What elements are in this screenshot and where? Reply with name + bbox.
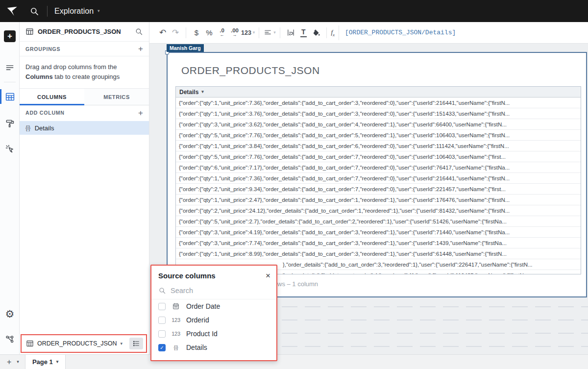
source-selector[interactable]: ORDER_PRODUCTS_JSON ▾ — [21, 334, 147, 353]
table-row[interactable]: {"order":{"qty":2,"unit_price":9.34},"or… — [176, 184, 581, 195]
table-icon — [26, 340, 34, 347]
wrap-text-button[interactable] — [284, 25, 297, 40]
column-type-icon: 123 — [171, 317, 181, 323]
data-table: Details ▾ {"order":{"qty":1,"unit_price"… — [175, 86, 581, 274]
checkbox[interactable] — [158, 317, 166, 324]
column-list-button[interactable] — [129, 338, 143, 349]
formula-bar[interactable]: [ORDER_PRODUCTS_JSON/Details] — [339, 25, 583, 40]
tab-columns[interactable]: COLUMNS — [20, 89, 84, 105]
rail-divider — [4, 82, 16, 82]
table-row[interactable]: {"order":{"qty":1,"unit_price":3.76},"or… — [176, 108, 581, 119]
toolbar-divider — [259, 27, 259, 38]
groupings-label: GROUPINGS — [25, 46, 138, 52]
column-item-details[interactable]: {i} Details — [20, 121, 149, 135]
increase-decimal-button[interactable]: .00→ — [228, 25, 241, 40]
tab-metrics[interactable]: METRICS — [84, 89, 149, 105]
wrap-text-icon — [287, 28, 295, 37]
page-tab[interactable]: Page 1 ▾ — [25, 355, 66, 369]
popup-search-input[interactable] — [171, 287, 254, 295]
table-row[interactable]: {"order":{"qty":3,"unit_price":4.19},"or… — [176, 227, 581, 238]
panel-header: ORDER_PRODUCTS_JSON — [20, 22, 149, 42]
panel-tabs: COLUMNS METRICS — [20, 89, 149, 105]
checkbox[interactable] — [158, 303, 166, 310]
table-element[interactable]: ORDER_PRODUCTS_JSON Details ▾ {"order":{… — [167, 52, 587, 297]
table-row[interactable]: {"order":{"qty":6,"unit_price":7.17},"or… — [176, 162, 581, 173]
number-format-button[interactable]: 123 ▾ — [241, 25, 255, 40]
source-selector-label: ORDER_PRODUCTS_JSON — [37, 340, 117, 347]
left-icon-rail: + ⚙ — [0, 22, 20, 354]
add-element-button[interactable]: + — [4, 30, 16, 42]
format-button[interactable] — [0, 115, 20, 132]
chevron-down-icon: ▾ — [121, 342, 123, 346]
popup-column-item[interactable]: 123 Product Id — [151, 327, 276, 341]
table-row[interactable]: {"order":{"qty":1,"unit_price":7.36},"or… — [176, 173, 581, 184]
checkbox[interactable] — [158, 330, 166, 338]
table-row[interactable]: {"order":{"qty":5,"unit_price":7.76},"or… — [176, 151, 581, 162]
element-side-panel: ORDER_PRODUCTS_JSON GROUPINGS + Drag and… — [20, 22, 149, 354]
redo-icon: ↷ — [172, 28, 179, 37]
add-grouping-button[interactable]: + — [138, 45, 143, 53]
table-row[interactable]: {"order":{"qty":1,"unit_price":3.84},"or… — [176, 141, 581, 151]
document-title-menu[interactable]: Exploration ▾ — [54, 7, 100, 16]
groupings-hint: Drag and drop columns from the Columns t… — [20, 56, 149, 89]
add-column-label: ADD COLUMN — [25, 110, 138, 116]
format-paint-icon — [5, 119, 15, 128]
app-logo-icon — [6, 5, 19, 18]
undo-icon: ↶ — [159, 28, 166, 37]
table-icon — [25, 27, 34, 36]
align-button[interactable]: ▾ — [263, 25, 276, 40]
table-row[interactable]: {"order":{"qty":5,"unit_price":2.7},"ord… — [176, 216, 581, 227]
row-count-status: ws – 1 column — [277, 280, 318, 288]
popup-column-item[interactable]: 123 Orderid — [151, 313, 276, 327]
page-menu-chevron-icon[interactable]: ▾ — [17, 360, 19, 364]
close-icon[interactable]: × — [266, 271, 270, 280]
popup-search — [151, 283, 276, 299]
top-bar: Exploration ▾ — [0, 0, 588, 22]
add-page-button[interactable]: + — [7, 358, 11, 366]
popup-column-item[interactable]: Order Date — [151, 299, 276, 313]
undo-button[interactable]: ↶ — [156, 25, 169, 40]
table-row[interactable]: {"order":{"qty":2,"unit_price":24.12},"o… — [176, 205, 581, 216]
selection-user-tag: Manish Garg — [167, 44, 204, 52]
table-row[interactable]: {"order":{"qty":3,"unit_price":7.74},"or… — [176, 238, 581, 248]
element-title: ORDER_PRODUCTS_JSON — [181, 65, 320, 76]
popup-title: Source columns — [158, 271, 266, 280]
chevron-down-icon: ▾ — [201, 90, 204, 94]
global-search-icon[interactable] — [29, 6, 39, 16]
outline-icon — [5, 63, 15, 73]
checkbox[interactable] — [158, 344, 166, 351]
popup-column-list: Order Date 123 Orderid 123 Product Id {i… — [151, 299, 276, 354]
popup-column-item[interactable]: {i} Details — [151, 341, 276, 354]
lineage-button[interactable] — [0, 331, 20, 347]
panel-search-icon[interactable] — [135, 27, 143, 36]
table-row[interactable]: {"order":{"qty":1,"unit_price":7.36},"or… — [176, 98, 581, 108]
table-row[interactable]: {"order":{"qty":5,"unit_price":7.76},"or… — [176, 130, 581, 141]
paint-bucket-icon — [312, 28, 320, 37]
cursor-spark-icon — [5, 144, 15, 154]
add-column-button[interactable]: + — [138, 109, 143, 117]
document-title: Exploration — [54, 7, 94, 16]
redo-button[interactable]: ↷ — [169, 25, 182, 40]
table-row[interactable]: {"order":{"qty":1,"unit_price":8.99},"or… — [176, 248, 581, 259]
interaction-button[interactable] — [0, 141, 20, 157]
page-footer: + ▾ Page 1 ▾ — [0, 354, 588, 369]
chevron-down-icon: ▾ — [253, 30, 255, 35]
percent-format-button[interactable]: % — [203, 25, 216, 40]
element-panel-button[interactable] — [0, 88, 20, 105]
page-outline-button[interactable] — [0, 59, 20, 76]
currency-format-button[interactable]: $ — [190, 25, 203, 40]
decrease-decimal-button[interactable]: .0← — [216, 25, 228, 40]
column-type-icon: 123 — [171, 331, 181, 337]
column-header-details[interactable]: Details ▾ — [176, 87, 581, 98]
toolbar-divider — [280, 27, 280, 38]
popup-header: Source columns × — [151, 266, 276, 283]
fill-color-button[interactable] — [310, 25, 322, 40]
chevron-down-icon: ▾ — [98, 9, 100, 13]
table-row[interactable]: {"order":{"qty":3,"unit_price":3.62},"or… — [176, 119, 581, 130]
chevron-down-icon: ▾ — [56, 360, 59, 364]
table-row[interactable]: {"order":{"qty":1,"unit_price":2.47},"or… — [176, 195, 581, 205]
column-item-label: Details — [35, 124, 54, 132]
text-style-button[interactable]: T — [297, 25, 310, 40]
settings-button[interactable]: ⚙ — [0, 305, 20, 322]
table-icon — [5, 92, 15, 102]
